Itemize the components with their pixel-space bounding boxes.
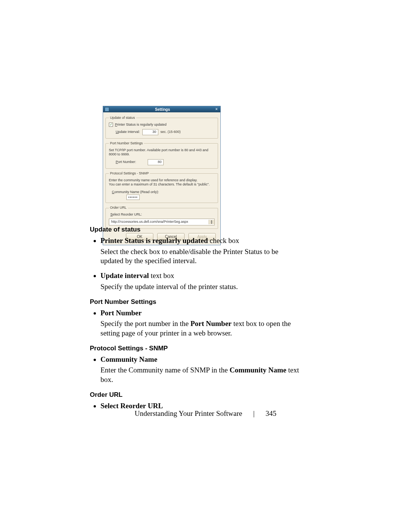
app-icon [105, 107, 109, 112]
list-item: Port Number Specify the port number in t… [100, 308, 301, 338]
community-name-input[interactable]: •••••• [126, 195, 140, 200]
close-icon[interactable]: × [214, 107, 219, 112]
community-name-label: Community Name (Read only): [112, 190, 215, 195]
item-head: Community Name [100, 355, 157, 363]
item-head-bold: Update interval [100, 272, 151, 280]
window-title: Settings [111, 107, 214, 112]
port-number-input[interactable]: 80 [148, 159, 164, 165]
item-body: Specify the update interval of the print… [100, 282, 301, 292]
footer-section: Understanding Your Printer Software [135, 409, 242, 417]
heading-protocol-settings-snmp: Protocol Settings - SNMP [90, 344, 301, 353]
snmp-description-2: You can enter a maximum of 31 characters… [109, 182, 215, 187]
reorder-url-combo[interactable]: http://Accessories.us.dell.com/sna/Print… [109, 219, 215, 225]
snmp-description-1: Enter the community name used for refere… [109, 178, 215, 183]
group-snmp: Protocol Settings - SNMP Enter the commu… [105, 171, 218, 203]
port-number-label: Port Number: [116, 160, 136, 165]
group-port-number: Port Number Settings Set TCP/IP port num… [105, 141, 218, 169]
item-body: Specify the port number in the Port Numb… [100, 319, 301, 338]
item-head-bold: Printer Status is regularly updated [100, 236, 210, 244]
group-legend: Protocol Settings - SNMP [109, 171, 150, 176]
document-body: Update of status Printer Status is regul… [90, 225, 301, 417]
heading-order-url: Order URL [90, 391, 301, 399]
item-head-tail: text box [151, 272, 174, 280]
printer-status-checkbox-label: Printer Status is regularly updated [115, 123, 167, 127]
list-item: Printer Status is regularly updated chec… [100, 236, 301, 266]
chevron-updown-icon[interactable]: ▲▼ [209, 220, 214, 224]
reorder-url-label: Select Reorder URL: [109, 212, 215, 217]
heading-port-number-settings: Port Number Settings [90, 298, 301, 306]
list-item: Update interval text box Specify the upd… [100, 271, 301, 291]
update-interval-label: Update Interval: [116, 130, 140, 134]
update-interval-hint: sec. (15-600) [161, 130, 181, 134]
group-legend: Port Number Settings [109, 141, 144, 146]
item-head: Select Reorder URL [100, 402, 163, 410]
settings-dialog: Settings × Update of status ✓ Printer St… [103, 106, 221, 245]
update-interval-input[interactable]: 30 [142, 129, 158, 135]
group-update-of-status: Update of status ✓ Printer Status is reg… [105, 116, 218, 139]
item-body: Select the check box to enable/disable t… [100, 247, 301, 266]
reorder-url-value: http://Accessories.us.dell.com/sna/Print… [109, 219, 209, 225]
footer-page-number: 345 [266, 409, 277, 417]
group-legend: Order URL [109, 206, 128, 210]
printer-status-checkbox[interactable]: ✓ [109, 123, 113, 127]
page-footer: Understanding Your Printer Software | 34… [0, 409, 411, 418]
group-legend: Update of status [109, 116, 136, 120]
dialog-body: Update of status ✓ Printer Status is reg… [103, 112, 220, 245]
item-head-tail: check box [210, 236, 239, 244]
footer-separator: | [253, 409, 255, 417]
list-item: Community Name Enter the Community name … [100, 355, 301, 385]
item-body: Enter the Community name of SNMP in the … [100, 366, 301, 384]
item-head: Port Number [100, 309, 142, 317]
heading-update-of-status: Update of status [90, 225, 301, 234]
titlebar: Settings × [103, 106, 220, 112]
port-number-description: Set TCP/IP port number. Available port n… [109, 148, 215, 157]
